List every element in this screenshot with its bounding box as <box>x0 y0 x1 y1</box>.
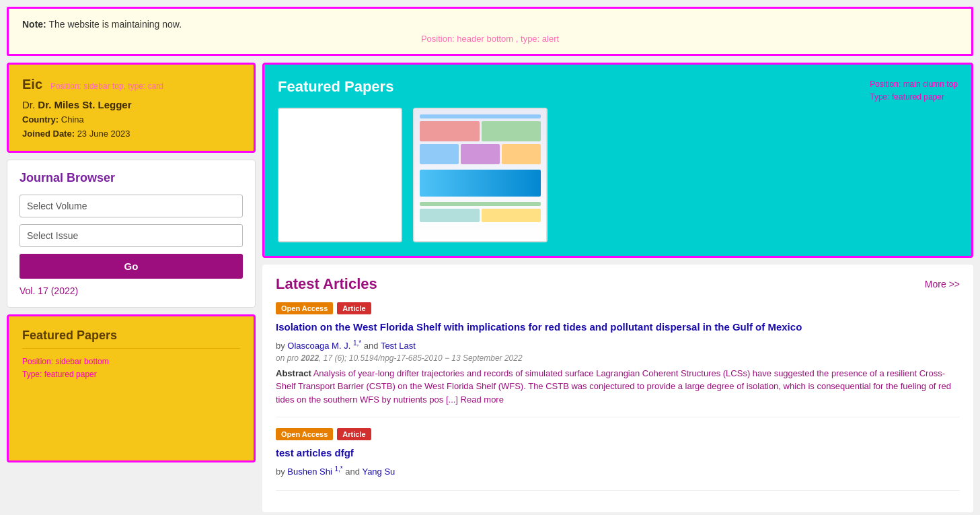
volume-select[interactable]: Select Volume <box>20 195 243 217</box>
featured-cards-row: Position: main clumn top Type: featured … <box>278 108 958 242</box>
doctor-name: Dr. Dr. Miles St. Legger <box>22 99 240 110</box>
badge-article-2: Article <box>337 428 371 440</box>
alert-banner: Note: The website is maintaining now. Po… <box>7 7 973 56</box>
article-authors: by Olascoaga M. J. 1,* and Test Last <box>276 339 960 351</box>
alert-note-text: The website is maintaining now. <box>46 19 182 30</box>
sm-chart <box>420 170 541 197</box>
sm-block-red <box>420 121 480 141</box>
main-layout: Eic Position: sidebar top, type: card Dr… <box>7 63 973 512</box>
badge-open-access-2: Open Access <box>276 428 333 440</box>
journal-browser: Journal Browser Select Volume Select Iss… <box>7 160 256 308</box>
issue-select[interactable]: Select Issue <box>20 224 243 247</box>
volume-link[interactable]: Vol. 17 (2022) <box>20 285 78 296</box>
latest-articles-title: Latest Articles <box>276 275 377 293</box>
sm-row-1 <box>420 121 541 141</box>
featured-sidebar-title: Featured Papers <box>22 329 240 349</box>
latest-header: Latest Articles More >> <box>276 275 960 293</box>
country-meta: Country: China <box>22 114 240 125</box>
sm-block-teal <box>420 209 480 222</box>
read-more-link[interactable]: [...] Read more <box>446 394 504 405</box>
sm-block-purple <box>461 144 500 164</box>
author2-link[interactable]: Test Last <box>381 341 416 351</box>
journal-browser-title: Journal Browser <box>20 171 243 185</box>
article-authors-2: by Bushen Shi 1,* and Yang Su <box>276 465 960 477</box>
sm-bar-2 <box>420 202 541 206</box>
article-title-2[interactable]: test articles dfgf <box>276 446 960 461</box>
article-badges: Open Access Article <box>276 302 960 314</box>
featured-papers-main: Featured Papers <box>262 63 973 258</box>
article-item-2: Open Access Article test articles dfgf b… <box>276 428 960 491</box>
featured-card-placeholder <box>278 108 402 242</box>
sm-row-3 <box>420 209 541 222</box>
article-item: Open Access Article Isolation on the Wes… <box>276 302 960 417</box>
sidebar: Eic Position: sidebar top, type: card Dr… <box>7 63 256 462</box>
page-wrapper: Note: The website is maintaining now. Po… <box>0 0 980 515</box>
alert-note-label: Note: <box>22 19 46 30</box>
article-meta: on pro 2022, 17 (6); 10.5194/npg-17-685-… <box>276 353 960 363</box>
featured-position-label: Position: main clumn top Type: featured … <box>870 78 958 104</box>
eic-title: Eic <box>22 77 42 92</box>
latest-articles: Latest Articles More >> Open Access Arti… <box>262 265 973 512</box>
sm-block-green <box>482 121 541 141</box>
author1-link[interactable]: Olascoaga M. J. 1,* <box>287 341 361 351</box>
alert-position-label: Position: header bottom , type: alert <box>22 34 958 44</box>
featured-main-title: Featured Papers <box>278 78 958 96</box>
badge-open-access: Open Access <box>276 302 333 314</box>
article-title[interactable]: Isolation on the West Florida Shelf with… <box>276 320 960 335</box>
screenshot-mock <box>414 109 546 241</box>
eic-card: Eic Position: sidebar top, type: card Dr… <box>7 63 256 153</box>
sm-row-2 <box>420 144 541 164</box>
featured-papers-sidebar: Featured Papers Position: sidebar bottom… <box>7 314 256 462</box>
eic-position-label: Position: sidebar top, type: card <box>50 81 163 91</box>
badge-article: Article <box>337 302 371 314</box>
featured-sidebar-position: Position: sidebar bottom Type: featured … <box>22 355 240 381</box>
joined-meta: Joined Date: 23 June 2023 <box>22 129 240 139</box>
author1-link-2[interactable]: Bushen Shi 1,* <box>287 467 342 477</box>
go-button[interactable]: Go <box>20 254 243 279</box>
sm-block-orange <box>502 144 541 164</box>
sm-block-blue <box>420 144 459 164</box>
sm-bar-1 <box>420 114 541 118</box>
sm-block-yellow <box>482 209 541 222</box>
more-link[interactable]: More >> <box>925 279 960 289</box>
main-content: Featured Papers <box>262 63 973 512</box>
featured-card-screenshot <box>413 108 548 242</box>
author2-link-2[interactable]: Yang Su <box>362 467 395 477</box>
article-badges-2: Open Access Article <box>276 428 960 440</box>
article-abstract: Abstract Analysis of year-long drifter t… <box>276 367 960 407</box>
